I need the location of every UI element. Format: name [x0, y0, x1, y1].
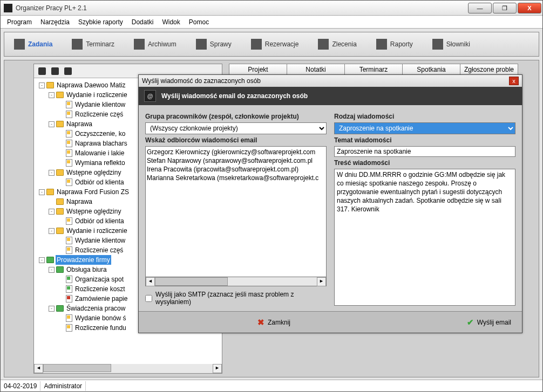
close-button[interactable]: X: [518, 3, 541, 13]
minimize-button[interactable]: —: [468, 3, 492, 13]
tree-label[interactable]: Rozliczenie częś: [74, 109, 124, 119]
tree-label[interactable]: Naprawa Daewoo Matiz: [56, 80, 126, 90]
scroll-right-button[interactable]: ►: [213, 364, 222, 373]
refresh-icon[interactable]: [38, 67, 46, 75]
folder-icon: [46, 82, 54, 88]
brand-logo: SoftwareProjekt: [6, 215, 17, 355]
dialog-send-button[interactable]: ✔ Wyślij email: [467, 318, 511, 327]
scroll-thumb[interactable]: [155, 277, 228, 286]
tree-label[interactable]: Naprawa: [65, 119, 93, 129]
folder-icon: [46, 257, 54, 263]
folder-icon: [56, 198, 64, 205]
tree-label[interactable]: Wydanie klientow: [74, 100, 126, 109]
body-textarea[interactable]: W dniu DD.MM.RRRR o godzinie GG:MM odbęd…: [334, 169, 515, 306]
scroll-thumb[interactable]: [43, 364, 111, 372]
body-label: Treść wiadomości: [334, 159, 515, 167]
expand-toggle[interactable]: -: [49, 170, 55, 176]
recipients-listbox[interactable]: Grzegorz Kierowniczy (gkierowniczy@softw…: [145, 146, 327, 277]
subject-input[interactable]: [334, 146, 515, 157]
tree-label[interactable]: Wydanie i rozliczenie: [65, 226, 128, 236]
page-icon: [66, 149, 72, 157]
orders-icon: [318, 39, 329, 50]
tree-label[interactable]: Wydanie bonów ś: [74, 313, 127, 323]
tree-label[interactable]: Rozliczenie częś: [74, 245, 124, 255]
tree-label[interactable]: Zamówienie papie: [74, 294, 128, 304]
toolbar-archiwum[interactable]: Archiwum: [124, 36, 186, 53]
toolbar-slowniki[interactable]: Słowniki: [423, 36, 480, 53]
tasks-icon: [14, 39, 25, 50]
dialog-close-button[interactable]: ✖ Zamknij: [257, 318, 290, 327]
tree-label[interactable]: Wymiana reflekto: [74, 158, 126, 168]
recipients-label: Wskaż odbiorców wiadomości email: [145, 136, 327, 144]
expand-toggle[interactable]: -: [39, 257, 45, 263]
menu-narzedzia[interactable]: Narzędzia: [37, 17, 73, 27]
calendar-small-icon[interactable]: [64, 67, 72, 75]
search-icon[interactable]: [51, 67, 59, 75]
type-select[interactable]: Zaproszenie na spotkanie: [334, 122, 515, 134]
scroll-left-button[interactable]: ◄: [146, 277, 155, 286]
tab-zgloszone[interactable]: Zgłoszone proble: [460, 64, 518, 75]
toolbar-rezerwacje[interactable]: Rezerwacje: [241, 36, 309, 53]
tree-label[interactable]: Organizacja spot: [74, 274, 125, 284]
expand-toggle[interactable]: -: [39, 189, 45, 195]
tab-terminarz[interactable]: Terminarz: [344, 64, 403, 75]
tree-label[interactable]: Rozliczenie fundu: [74, 323, 127, 333]
menu-szybkie-raporty[interactable]: Szybkie raporty: [75, 17, 126, 27]
page-icon: [66, 314, 72, 322]
expand-toggle[interactable]: -: [49, 121, 55, 127]
expand-toggle[interactable]: -: [49, 209, 55, 215]
tree-h-scrollbar[interactable]: ◄ ►: [34, 364, 222, 373]
menu-widok[interactable]: Widok: [159, 17, 183, 27]
smtp-checkbox[interactable]: [145, 295, 152, 302]
recipient-item[interactable]: Marianna Sekretarkowa (msekretarkowa@sof…: [147, 174, 325, 182]
tree-label[interactable]: Odbiór od klienta: [74, 177, 125, 187]
recipient-item[interactable]: Stefan Naprawowy (snaprawowy@softwarepro…: [147, 156, 325, 165]
dialog-close-icon[interactable]: x: [509, 77, 519, 85]
tab-spotkania[interactable]: Spotkania: [402, 64, 460, 75]
maximize-button[interactable]: ❐: [493, 3, 517, 13]
dictionary-icon: [432, 39, 443, 50]
toolbar-terminarz[interactable]: Terminarz: [62, 36, 124, 53]
toolbar-zlecenia[interactable]: Zlecenia: [308, 36, 366, 53]
toolbar-sprawy[interactable]: Sprawy: [186, 36, 241, 53]
group-label: Grupa pracowników (zespół, członkowie pr…: [145, 113, 327, 120]
tree-label[interactable]: Wydanie klientow: [74, 236, 126, 245]
recipient-item[interactable]: Irena Pracowita (ipracowita@softwareproj…: [147, 165, 325, 174]
toolbar-zadania[interactable]: Zadania: [4, 36, 62, 53]
group-select[interactable]: (Wszyscy członkowie projekty): [145, 122, 327, 134]
tree-label[interactable]: Obsługa biura: [65, 265, 108, 274]
menu-dodatki[interactable]: Dodatki: [128, 17, 157, 27]
page-icon: [66, 285, 72, 293]
scroll-left-button[interactable]: ◄: [34, 364, 43, 373]
titlebar[interactable]: Organizer Pracy PL+ 2.1 — ❐ X: [1, 1, 542, 16]
recipient-item[interactable]: Grzegorz Kierowniczy (gkierowniczy@softw…: [147, 148, 325, 156]
dialog-titlebar[interactable]: Wyślij wiadomość do zaznaczonych osób x: [139, 75, 522, 87]
expand-toggle[interactable]: -: [49, 306, 55, 312]
toolbar-raporty[interactable]: Raporty: [366, 36, 423, 53]
expand-toggle[interactable]: -: [39, 82, 45, 88]
tree-label[interactable]: Naprawa Ford Fusion ZS: [56, 187, 130, 197]
tree-label[interactable]: Rozliczenie koszt: [74, 284, 126, 294]
tree-label[interactable]: Wstępne oględziny: [65, 168, 122, 177]
send-email-dialog: Wyślij wiadomość do zaznaczonych osób x …: [138, 74, 522, 333]
tree-label[interactable]: Oczyszczenie, ko: [74, 129, 126, 139]
expand-toggle[interactable]: -: [49, 228, 55, 234]
folder-icon: [56, 266, 64, 273]
tree-label[interactable]: Prowadzenie firmy: [56, 255, 111, 265]
tree-label[interactable]: Wstępne oględziny: [65, 207, 122, 216]
page-icon: [66, 246, 72, 254]
scroll-right-button[interactable]: ►: [317, 277, 326, 286]
tab-projekt[interactable]: Projekt: [229, 64, 287, 75]
menu-pomoc[interactable]: Pomoc: [186, 17, 212, 27]
tree-label[interactable]: Wydanie i rozliczenie: [65, 90, 128, 100]
tree-label[interactable]: Naprawa blachars: [74, 139, 128, 148]
tree-label[interactable]: Świadczenia pracow: [65, 304, 126, 313]
recipients-h-scrollbar[interactable]: ◄ ►: [145, 277, 327, 286]
expand-toggle[interactable]: -: [49, 92, 55, 98]
tree-label[interactable]: Naprawa: [65, 197, 93, 207]
tab-notatki[interactable]: Notatki: [287, 64, 345, 75]
tree-label[interactable]: Odbiór od klienta: [74, 216, 125, 226]
menu-program[interactable]: Program: [4, 17, 35, 27]
expand-toggle[interactable]: -: [49, 267, 55, 273]
tree-label[interactable]: Malowanie i lakie: [74, 148, 125, 158]
